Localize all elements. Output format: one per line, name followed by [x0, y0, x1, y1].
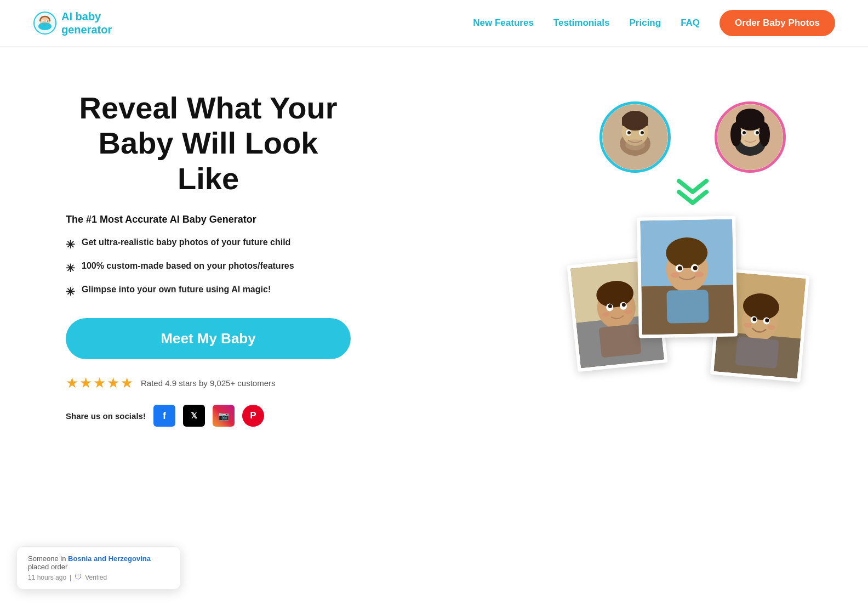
svg-rect-11: [622, 116, 648, 126]
svg-point-6: [47, 21, 48, 22]
social-row: Share us on socials! f 𝕏 📷 P: [66, 405, 351, 427]
notification-time: 11 hours ago: [28, 574, 66, 581]
svg-point-27: [756, 131, 759, 134]
baby-collage: [578, 217, 808, 381]
baby-sparkle-icon-1: ✳: [66, 238, 75, 251]
parent-photos: [599, 101, 786, 173]
separator: |: [70, 574, 71, 581]
nav-testimonials[interactable]: Testimonials: [553, 18, 610, 29]
chevron-down-icon: [673, 178, 712, 206]
notification-country: Bosnia and Herzegovina: [68, 554, 151, 563]
svg-point-16: [625, 139, 645, 150]
svg-rect-63: [735, 337, 779, 369]
hero-right: [550, 90, 835, 381]
baby-sparkle-icon-3: ✳: [66, 285, 75, 298]
main-nav: New Features Testimonials Pricing FAQ Or…: [473, 10, 835, 36]
feature-text-2: 100% custom-made based on your photos/fe…: [82, 261, 294, 271]
hero-title: Reveal What Your Baby Will Look Like: [66, 90, 351, 196]
header: AI baby generator New Features Testimoni…: [0, 0, 868, 47]
svg-rect-21: [736, 115, 764, 127]
rating-text: Rated 4.9 stars by 9,025+ customers: [141, 378, 276, 388]
feature-item-1: ✳ Get ultra-realistic baby photos of you…: [66, 237, 351, 251]
hero-section: Reveal What Your Baby Will Look Like The…: [0, 47, 868, 460]
verified-icon: 🛡: [75, 573, 82, 581]
notification-toast: Someone in Bosnia and Herzegovina placed…: [16, 546, 181, 590]
baby-center-image: [640, 219, 734, 335]
mom-face: [717, 104, 783, 170]
hero-subtitle: The #1 Most Accurate AI Baby Generator: [66, 214, 351, 225]
order-baby-photos-button[interactable]: Order Baby Photos: [719, 10, 835, 36]
pinterest-button[interactable]: P: [242, 405, 264, 427]
svg-point-14: [627, 131, 631, 134]
svg-point-5: [43, 21, 44, 22]
notification-verified: Verified: [85, 574, 107, 581]
instagram-button[interactable]: 📷: [213, 405, 235, 427]
facebook-button[interactable]: f: [153, 405, 175, 427]
nav-new-features[interactable]: New Features: [473, 18, 534, 29]
logo: AI baby generator: [33, 10, 112, 36]
notification-meta: 11 hours ago | 🛡 Verified: [28, 573, 169, 581]
svg-point-2: [38, 22, 52, 30]
svg-point-23: [759, 122, 770, 146]
meet-my-baby-button[interactable]: Meet My Baby: [66, 318, 351, 359]
feature-text-1: Get ultra-realistic baby photos of your …: [82, 237, 290, 247]
svg-rect-39: [666, 290, 709, 323]
star-rating: ★★★★★: [66, 375, 134, 392]
twitter-button[interactable]: 𝕏: [183, 405, 205, 427]
feature-list: ✳ Get ultra-realistic baby photos of you…: [66, 237, 351, 298]
rating-row: ★★★★★ Rated 4.9 stars by 9,025+ customer…: [66, 375, 351, 392]
svg-rect-51: [598, 324, 641, 358]
feature-text-3: Glimpse into your own future using AI ma…: [82, 285, 271, 294]
hero-left: Reveal What Your Baby Will Look Like The…: [66, 90, 351, 427]
logo-text: AI baby generator: [61, 10, 112, 36]
notification-text: Someone in Bosnia and Herzegovina placed…: [28, 554, 169, 571]
logo-icon: [33, 11, 57, 35]
feature-item-3: ✳ Glimpse into your own future using AI …: [66, 285, 351, 298]
nav-faq[interactable]: FAQ: [681, 18, 700, 29]
feature-item-2: ✳ 100% custom-made based on your photos/…: [66, 261, 351, 275]
baby-sparkle-icon-2: ✳: [66, 262, 75, 275]
baby-photo-center: [637, 216, 738, 338]
dad-face: [602, 104, 668, 170]
dad-circle: [599, 101, 671, 173]
svg-point-15: [641, 131, 644, 134]
social-label: Share us on socials!: [66, 411, 146, 421]
svg-point-22: [730, 122, 741, 146]
mom-circle: [715, 101, 786, 173]
nav-pricing[interactable]: Pricing: [630, 18, 661, 29]
svg-point-26: [743, 131, 746, 134]
